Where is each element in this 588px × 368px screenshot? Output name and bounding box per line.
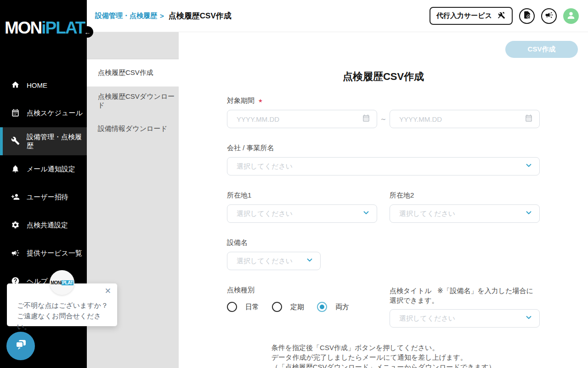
chat-popup-text: ご不明な点はございますか？ご遠慮なくお問合せください。: [17, 300, 109, 332]
chat-bubbles-icon: [13, 338, 28, 354]
arrow-left-icon: ←: [85, 28, 91, 36]
company-label: 会社 / 事業所名: [227, 144, 274, 153]
inspection-title-select[interactable]: 選択してください: [390, 309, 540, 328]
sidebar-item-equipment-history[interactable]: 設備管理・点検履歴: [0, 127, 87, 155]
radio-circle-icon: [272, 302, 282, 312]
sidebar-item-common-settings[interactable]: 点検共通設定: [0, 211, 87, 239]
period-separator: ～: [377, 115, 390, 124]
home-icon: [11, 80, 20, 91]
announcement-icon: [545, 11, 554, 21]
csv-create-button[interactable]: CSV作成: [505, 41, 578, 58]
page-title-breadcrumb: 点検履歴CSV作成: [169, 11, 232, 21]
footer-note: 条件を指定後「CSV作成」ボタンを押してください。: [271, 343, 496, 352]
chat-avatar: MONiPLAT: [50, 270, 74, 295]
header: 設備管理・点検履歴 > 点検履歴CSV作成 代行入力サービス: [87, 0, 588, 32]
inspection-type-label: 点検種別: [227, 286, 254, 294]
inspection-type-radio-both[interactable]: 両方: [317, 302, 349, 312]
footer-notes: 条件を指定後「CSV作成」ボタンを押してください。 データ作成が完了しましたらメ…: [271, 343, 496, 368]
csv-create-form: 点検履歴CSV作成 対象期間 ★ ～ 会社 / 事業所名: [227, 70, 540, 368]
equipment-placeholder: 選択してください: [237, 257, 293, 266]
user-add-icon: [11, 192, 20, 203]
inspection-title-placeholder: 選択してください: [399, 314, 455, 323]
sidebar-item-services[interactable]: 提供サービス一覧: [0, 239, 87, 267]
calendar-icon: [11, 108, 20, 119]
company-placeholder: 選択してください: [237, 162, 293, 171]
location2-select[interactable]: 選択してください: [390, 204, 540, 223]
chat-launcher-button[interactable]: [6, 332, 35, 360]
chevron-down-icon: [525, 209, 533, 219]
period-label: 対象期間: [227, 96, 254, 105]
proxy-button-label: 代行入力サービス: [436, 11, 492, 20]
chevron-down-icon: [525, 313, 533, 323]
megaphone-icon: [11, 249, 20, 259]
subsidebar-item-equipment-download[interactable]: 設備情報ダウンロード: [87, 115, 179, 143]
inspection-type-radios: 日常 定期 両方: [227, 302, 377, 312]
breadcrumb-parent-link[interactable]: 設備管理・点検履歴: [95, 11, 157, 20]
sub-sidebar-spacer: [87, 32, 179, 59]
sidebar-item-inspection-schedule[interactable]: 点検スケジュール: [0, 99, 87, 127]
sidebar-nav: HOME 点検スケジュール 設備管理・点検履歴 メール通知設定 ユーザー招待 点…: [0, 71, 87, 295]
equipment-label: 設備名: [227, 238, 248, 247]
breadcrumb: 設備管理・点検履歴 > 点検履歴CSV作成: [95, 11, 232, 21]
chevron-down-icon: [525, 161, 533, 171]
company-field: 会社 / 事業所名 選択してください: [227, 144, 540, 176]
inspection-type-field: 点検種別 日常 定期 両方: [227, 286, 377, 312]
wrench-icon: [11, 136, 20, 147]
location1-select[interactable]: 選択してください: [227, 204, 377, 223]
footer-note: データ作成が完了しましたらメールにて通知を差し上げます。: [271, 352, 496, 362]
sidebar-item-label: メール通知設定: [27, 165, 75, 174]
tools-icon: [497, 11, 506, 21]
calendar-icon[interactable]: [362, 114, 370, 124]
location1-label: 所在地1: [227, 191, 251, 200]
close-icon[interactable]: ✕: [105, 287, 111, 295]
equipment-field: 設備名 選択してください: [227, 238, 540, 270]
equipment-select[interactable]: 選択してください: [227, 252, 321, 270]
sidebar-item-label: 提供サービス一覧: [27, 249, 82, 258]
location2-placeholder: 選択してください: [399, 209, 455, 218]
period-end-box: [390, 110, 540, 128]
company-select[interactable]: 選択してください: [227, 157, 540, 176]
inspection-title-label: 点検タイトル: [390, 287, 431, 294]
period-start-box: [227, 110, 377, 128]
user-avatar[interactable]: [563, 8, 579, 24]
location2-label: 所在地2: [390, 191, 414, 200]
chevron-down-icon: [305, 256, 314, 266]
required-star: ★: [258, 98, 263, 104]
moniplat-logo: MONiPLAT: [0, 0, 87, 38]
bell-icon: [11, 164, 20, 175]
announcements-button[interactable]: [541, 8, 557, 24]
file-check-icon: [523, 11, 531, 21]
subsidebar-item-csv-download[interactable]: 点検履歴CSVダウンロード: [87, 87, 179, 115]
proxy-input-service-button[interactable]: 代行入力サービス: [430, 7, 513, 25]
period-end-input[interactable]: [399, 115, 525, 123]
location1-placeholder: 選択してください: [237, 209, 293, 218]
location-row: 所在地1 選択してください 所在地2 選択してください: [227, 191, 540, 223]
sidebar-item-label: HOME: [27, 81, 47, 89]
radio-circle-icon: [227, 302, 237, 312]
sidebar-item-home[interactable]: HOME: [0, 71, 87, 99]
sidebar-item-label: 点検スケジュール: [27, 109, 83, 118]
page-title: 点検履歴CSV作成: [227, 70, 540, 84]
subsidebar-item-csv-create[interactable]: 点検履歴CSV作成: [87, 59, 179, 87]
location2-field: 所在地2 選択してください: [390, 191, 540, 223]
footer-note: （「点検履歴CSVダウンロード」メニューからダウンロードできます）: [271, 362, 496, 368]
sidebar-item-label: 点検共通設定: [27, 221, 68, 230]
sidebar-item-label: ユーザー招待: [27, 193, 68, 202]
sidebar-item-label: 設備管理・点検履歴: [27, 133, 87, 150]
file-check-button[interactable]: [519, 8, 535, 24]
chevron-down-icon: [362, 209, 370, 219]
period-start-input[interactable]: [237, 115, 362, 123]
sidebar-item-mail-notification[interactable]: メール通知設定: [0, 155, 87, 183]
period-field: 対象期間 ★ ～: [227, 96, 540, 128]
radio-circle-icon: [317, 302, 327, 312]
header-actions: 代行入力サービス: [430, 7, 579, 25]
avatar-person-icon: [565, 9, 577, 23]
inspection-type-radio-daily[interactable]: 日常: [227, 302, 259, 312]
breadcrumb-separator: >: [160, 12, 164, 20]
collapse-sidebar-button[interactable]: ←: [82, 26, 93, 38]
inspection-title-field: 点検タイトル ※「設備名」を入力した場合に選択できます。 選択してください: [390, 286, 540, 328]
inspection-type-radio-periodic[interactable]: 定期: [272, 302, 304, 312]
sidebar-item-invite-user[interactable]: ユーザー招待: [0, 183, 87, 211]
main-content: CSV作成 点検履歴CSV作成 対象期間 ★ ～ 会社: [179, 32, 588, 368]
calendar-icon[interactable]: [525, 114, 533, 124]
